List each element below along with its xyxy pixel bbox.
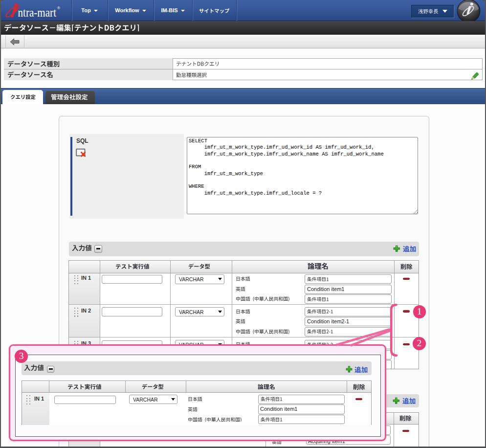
svg-text:ntra-mart: ntra-mart	[18, 5, 57, 20]
svg-text:®: ®	[57, 5, 61, 10]
